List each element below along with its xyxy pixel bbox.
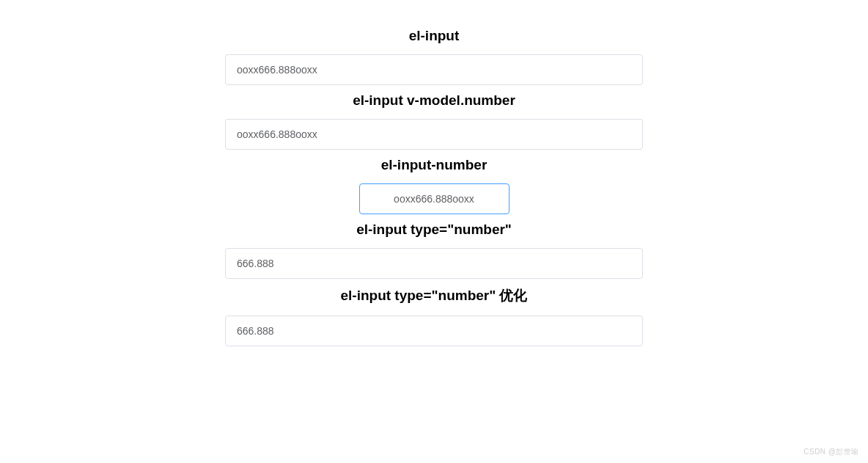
heading-el-input-number: el-input-number xyxy=(225,157,643,173)
input-wrapper xyxy=(225,54,643,85)
section-el-input-number: el-input-number xyxy=(225,157,643,214)
el-input-field[interactable] xyxy=(225,54,643,85)
heading-el-input-vmodel-number: el-input v-model.number xyxy=(225,92,643,109)
input-number-wrapper xyxy=(225,183,643,214)
input-wrapper xyxy=(225,248,643,279)
el-input-type-number-field[interactable] xyxy=(225,248,643,279)
heading-el-input-type-number: el-input type="number" xyxy=(225,222,643,238)
input-wrapper xyxy=(225,119,643,150)
heading-el-input: el-input xyxy=(225,28,643,44)
el-input-type-number-optimized-field[interactable] xyxy=(225,316,643,346)
section-el-input-vmodel-number: el-input v-model.number xyxy=(225,92,643,150)
section-el-input-type-number: el-input type="number" xyxy=(225,222,643,279)
section-el-input: el-input xyxy=(225,28,643,85)
section-el-input-type-number-optimized: el-input type="number" 优化 xyxy=(225,286,643,346)
heading-el-input-type-number-optimized: el-input type="number" 优化 xyxy=(225,286,643,305)
el-input-vmodel-number-field[interactable] xyxy=(225,119,643,150)
form-container: el-input el-input v-model.number el-inpu… xyxy=(225,28,643,346)
el-input-number-field[interactable] xyxy=(359,183,510,214)
watermark: CSDN @彭世瑜 xyxy=(803,447,859,457)
input-wrapper xyxy=(225,316,643,346)
